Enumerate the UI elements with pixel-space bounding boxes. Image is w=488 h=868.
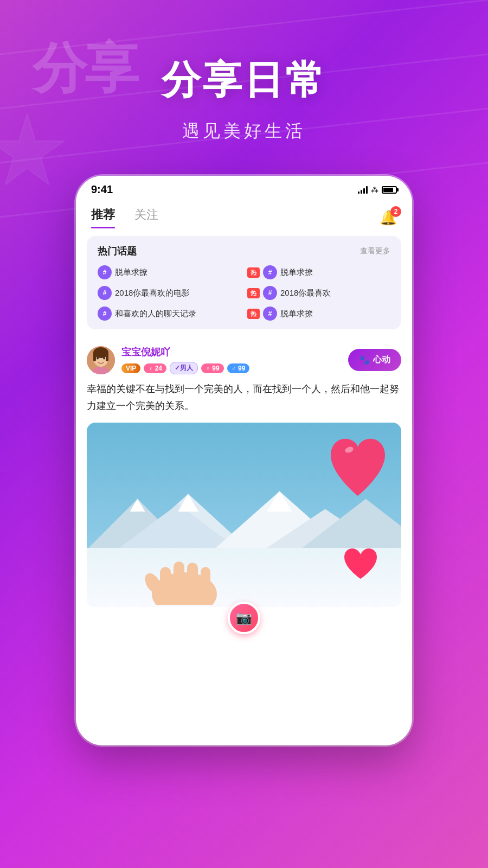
heart-icon: 🐾 — [359, 355, 370, 365]
tag-female-count: ♀ 99 — [201, 363, 224, 373]
topic-hash-icon: # — [263, 286, 277, 300]
svg-rect-26 — [187, 563, 198, 597]
post-user-row: 宝宝倪妮吖 VIP ♀ 24 ✓男人 ♀ 99 ♂ 99 🐾 心动 — [87, 346, 401, 374]
bottom-area: 📷 — [76, 607, 412, 640]
hot-topics-section: 热门话题 查看更多 # 脱单求撩 热 # 脱单求撩 # 2018你最喜欢的电影 — [87, 236, 401, 329]
hot-topics-header: 热门话题 查看更多 — [98, 245, 390, 258]
hot-badge: 热 — [247, 267, 260, 278]
heart-icon — [325, 433, 390, 504]
phone-wrapper: 9:41 ⁂ 推荐 关注 🔔 2 — [0, 176, 488, 745]
camera-icon: 📷 — [236, 610, 252, 626]
hot-badge: 热 — [247, 309, 260, 319]
post-card: 宝宝倪妮吖 VIP ♀ 24 ✓男人 ♀ 99 ♂ 99 🐾 心动 幸福的关键 — [76, 337, 412, 607]
small-heart-decoration — [342, 545, 380, 585]
list-item[interactable]: # 2018你最喜欢的电影 — [98, 286, 241, 300]
small-heart-icon — [342, 545, 380, 583]
hand-svg — [130, 540, 239, 605]
hot-topics-title: 热门话题 — [98, 245, 137, 258]
battery-icon — [382, 186, 397, 194]
svg-rect-9 — [106, 353, 108, 361]
topic-text: 脱单求撩 — [280, 309, 390, 319]
heart-button[interactable]: 🐾 心动 — [348, 349, 401, 371]
topics-grid: # 脱单求撩 热 # 脱单求撩 # 2018你最喜欢的电影 热 # 2018你最… — [98, 265, 390, 321]
bg-text: 分享 — [33, 33, 137, 106]
phone-frame: 9:41 ⁂ 推荐 关注 🔔 2 — [76, 176, 412, 745]
tag-male-count: ♂ 99 — [227, 363, 250, 373]
tag-user-type: ✓男人 — [170, 362, 198, 374]
list-item[interactable]: 热 # 脱单求撩 — [247, 307, 390, 321]
hot-badge: 热 — [247, 288, 260, 298]
svg-rect-25 — [174, 561, 184, 597]
header-section: 分享 分享日常 遇见美好生活 — [0, 0, 488, 143]
post-content-text: 幸福的关键不在与找到一个完美的人，而在找到一个人，然后和他一起努力建立一个完美的… — [87, 381, 401, 414]
svg-rect-27 — [201, 567, 210, 597]
list-item[interactable]: 热 # 脱单求撩 — [247, 265, 390, 279]
tab-following[interactable]: 关注 — [134, 207, 158, 228]
user-name: 宝宝倪妮吖 — [121, 346, 342, 359]
see-more-link[interactable]: 查看更多 — [360, 246, 390, 256]
svg-rect-24 — [160, 567, 171, 597]
status-time: 9:41 — [91, 183, 113, 196]
user-tags: VIP ♀ 24 ✓男人 ♀ 99 ♂ 99 — [121, 362, 342, 374]
topic-hash-icon: # — [98, 307, 112, 321]
topic-text: 脱单求撩 — [115, 267, 241, 278]
tag-gender-age: ♀ 24 — [144, 363, 166, 373]
svg-point-10 — [97, 356, 99, 359]
heart-decoration — [325, 433, 390, 506]
topic-hash-icon: # — [263, 307, 277, 321]
topic-hash-icon: # — [98, 286, 112, 300]
bell-container[interactable]: 🔔 2 — [380, 209, 397, 226]
topic-hash-icon: # — [263, 265, 277, 279]
sub-title: 遇见美好生活 — [0, 119, 488, 143]
topic-hash-icon: # — [98, 265, 112, 279]
list-item[interactable]: # 和喜欢的人的聊天记录 — [98, 307, 241, 321]
heart-button-label: 心动 — [373, 354, 390, 366]
svg-point-11 — [103, 356, 105, 359]
topic-text: 脱单求撩 — [280, 267, 390, 278]
wifi-icon: ⁂ — [371, 186, 378, 194]
user-info: 宝宝倪妮吖 VIP ♀ 24 ✓男人 ♀ 99 ♂ 99 — [121, 346, 342, 374]
tab-recommended[interactable]: 推荐 — [91, 207, 115, 228]
tag-vip: VIP — [121, 363, 140, 373]
signal-icon — [358, 186, 368, 194]
svg-rect-8 — [93, 353, 96, 361]
list-item[interactable]: # 脱单求撩 — [98, 265, 241, 279]
avatar — [87, 346, 115, 374]
list-item[interactable]: 热 # 2018你最喜欢 — [247, 286, 390, 300]
post-image — [87, 423, 401, 607]
status-icons: ⁂ — [358, 186, 397, 194]
nav-tabs: 推荐 关注 🔔 2 — [76, 201, 412, 228]
avatar-image — [87, 346, 115, 374]
topic-text: 2018你最喜欢 — [280, 288, 390, 298]
status-bar: 9:41 ⁂ — [76, 176, 412, 201]
hand-decoration — [130, 540, 239, 607]
notification-badge: 2 — [390, 206, 401, 217]
topic-text: 和喜欢的人的聊天记录 — [115, 309, 241, 319]
topic-text: 2018你最喜欢的电影 — [115, 288, 241, 298]
